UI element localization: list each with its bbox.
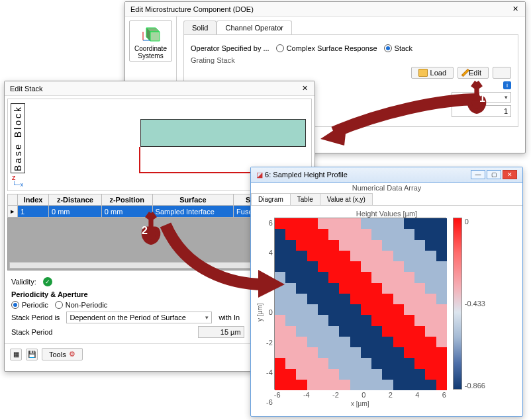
tab-channel-operator[interactable]: Channel Operator	[217, 21, 291, 34]
with-in-label: with In	[218, 314, 240, 321]
window-title: Edit Stack	[10, 85, 43, 93]
pointer-hand-1: 1	[457, 78, 497, 119]
window-title: 6: Sampled Height Profile	[265, 171, 348, 179]
save-icon[interactable]: 💾	[26, 349, 38, 360]
tools-button[interactable]: Tools ⚙	[42, 348, 83, 360]
pointer-hand-2: 2	[131, 209, 171, 250]
app-icon: ◪	[256, 171, 263, 179]
axis-icon: z└─x	[12, 173, 23, 188]
annotation-number-2: 2	[142, 225, 148, 237]
arrow-2	[152, 212, 291, 298]
tab-table[interactable]: Table	[290, 193, 320, 205]
layer-shape	[140, 119, 306, 147]
grid-icon[interactable]: ▦	[10, 349, 22, 360]
stack-period-x[interactable]: 15 µm	[198, 326, 244, 338]
chevron-down-icon: ▾	[205, 314, 209, 321]
check-icon: ✓	[43, 277, 52, 286]
svg-marker-2	[150, 32, 160, 41]
maximize-icon[interactable]: ▢	[487, 170, 501, 179]
close-icon[interactable]: ✕	[510, 5, 520, 13]
tools-gear-icon: ⚙	[69, 350, 75, 358]
svg-marker-6	[258, 270, 285, 298]
window-title: Edit Microstructure Component (DOE)	[130, 5, 254, 13]
radio-non-periodic[interactable]: Non-Periodic	[55, 301, 108, 309]
folder-icon	[418, 69, 428, 77]
subtitle: Numerical Data Array	[251, 183, 522, 193]
close-icon[interactable]: ✕	[300, 84, 309, 93]
chevron-down-icon: ▾	[505, 94, 508, 101]
stack-period-is-combo[interactable]: Dependent on the Period of Surface▾	[66, 312, 212, 323]
tab-diagram[interactable]: Diagram	[251, 193, 291, 205]
minimize-icon[interactable]: —	[471, 170, 485, 179]
annotation-number-1: 1	[479, 93, 485, 105]
stack-period-is-label: Stack Period is	[11, 314, 60, 321]
operator-specified-label: Operator Specified by ...	[191, 44, 269, 52]
stack-period-label: Stack Period	[11, 328, 52, 336]
coord-systems-button[interactable]: Coordinate Systems	[129, 21, 172, 62]
tab-value-at-xy[interactable]: Value at (x,y)	[320, 193, 373, 205]
grating-stack-label: Grating Stack	[191, 56, 511, 64]
x-axis-label: x [µm]	[274, 400, 446, 407]
radio-periodic[interactable]: Periodic	[11, 301, 48, 309]
heatmap-plot	[274, 218, 446, 390]
radio-stack[interactable]: Stack	[384, 44, 413, 52]
pencil-icon	[462, 69, 469, 76]
blank-button[interactable]	[493, 67, 511, 79]
radio-complex-surface[interactable]: Complex Surface Response	[276, 44, 377, 52]
coord-systems-label: Coordinate Systems	[131, 45, 170, 60]
tab-solid[interactable]: Solid	[183, 21, 217, 34]
info-icon[interactable]: i	[503, 81, 511, 89]
x-ticks: -6-4-20246	[274, 390, 446, 400]
plot-title: Height Values [µm]	[255, 210, 518, 218]
cube-icon	[141, 24, 161, 42]
validity-label: Validity:	[11, 278, 36, 286]
svg-marker-5	[320, 122, 347, 146]
colorbar-ticks: 0-0.433-0.866	[465, 218, 485, 390]
base-block-label: Base Block	[11, 103, 25, 173]
colorbar	[453, 218, 462, 390]
close-icon[interactable]: ✕	[503, 170, 517, 179]
edit-button[interactable]: Edit	[458, 67, 489, 79]
load-button[interactable]: Load	[411, 67, 454, 79]
